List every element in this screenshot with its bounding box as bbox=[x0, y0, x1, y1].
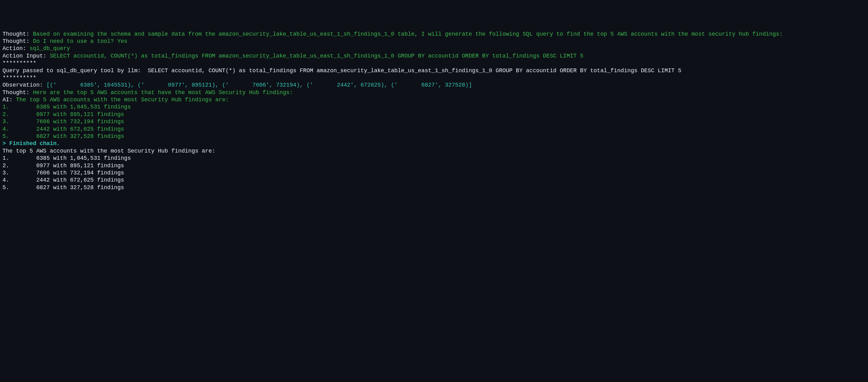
result-line-5: 5. 6827 with 327,528 findings bbox=[2, 133, 866, 140]
query-passed-line: Query passed to sql_db_query tool by llm… bbox=[2, 67, 866, 74]
ai-label: AI: bbox=[2, 97, 16, 103]
final-result-1: 1. 6385 with 1,045,531 findings bbox=[2, 155, 866, 162]
action-input-label: Action Input: bbox=[2, 53, 50, 59]
result-line-2: 2. 0977 with 895,121 findings bbox=[2, 111, 866, 118]
action-label: Action: bbox=[2, 45, 29, 52]
result-line-1: 1. 6385 with 1,045,531 findings bbox=[2, 103, 866, 111]
final-result-4: 4. 2442 with 672,625 findings bbox=[2, 177, 866, 184]
final-intro-line: The top 5 AWS accounts with the most Sec… bbox=[2, 148, 866, 155]
separator-stars: ********** bbox=[2, 74, 866, 82]
action-input-line: Action Input: SELECT accountid, COUNT(*)… bbox=[2, 53, 866, 60]
action-line: Action: sql_db_query bbox=[2, 45, 866, 52]
final-result-3: 3. 7606 with 732,194 findings bbox=[2, 169, 866, 177]
thought-line-3: Thought: Here are the top 5 AWS accounts… bbox=[2, 89, 866, 96]
result-line-3: 3. 7606 with 732,194 findings bbox=[2, 118, 866, 125]
finished-text: Finished chain. bbox=[9, 140, 60, 147]
observation-label: Observation: bbox=[2, 82, 46, 88]
observation-line: Observation: [(' 6385', 1045531), (' 097… bbox=[2, 82, 866, 89]
final-result-5: 5. 6827 with 327,528 findings bbox=[2, 184, 866, 191]
action-text: sql_db_query bbox=[29, 45, 70, 52]
separator-stars: ********** bbox=[2, 60, 866, 67]
terminal-output: Thought: Based on examining the schema a… bbox=[2, 31, 866, 192]
result-line-4: 4. 2442 with 672,625 findings bbox=[2, 126, 866, 133]
thought-text: Based on examining the schema and sample… bbox=[33, 31, 783, 37]
finished-marker: > bbox=[2, 140, 9, 147]
observation-text: [(' 6385', 1045531), (' 0977', 895121), … bbox=[46, 82, 472, 88]
action-input-text: SELECT accountid, COUNT(*) as total_find… bbox=[50, 53, 584, 59]
thought-text: Do I need to use a tool? Yes bbox=[33, 38, 127, 44]
ai-line: AI: The top 5 AWS accounts with the most… bbox=[2, 96, 866, 103]
final-result-2: 2. 0977 with 895,121 findings bbox=[2, 162, 866, 169]
finished-chain-line: > Finished chain. bbox=[2, 140, 866, 147]
thought-label: Thought: bbox=[2, 31, 33, 37]
thought-line-1: Thought: Based on examining the schema a… bbox=[2, 31, 866, 38]
ai-text: The top 5 AWS accounts with the most Sec… bbox=[16, 97, 229, 103]
thought-text: Here are the top 5 AWS accounts that hav… bbox=[33, 89, 293, 96]
thought-label: Thought: bbox=[2, 89, 33, 96]
thought-line-2: Thought: Do I need to use a tool? Yes bbox=[2, 38, 866, 45]
thought-label: Thought: bbox=[2, 38, 33, 44]
